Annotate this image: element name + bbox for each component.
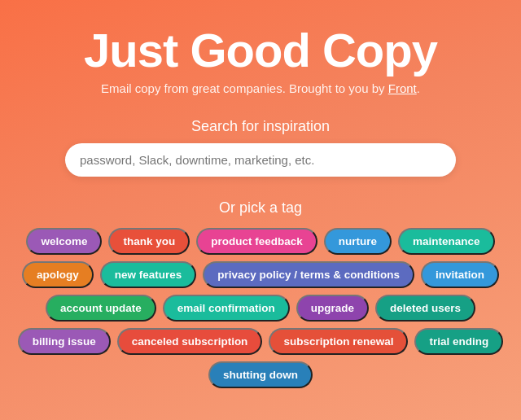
tag-canceled-subscription[interactable]: canceled subscription [117,328,263,355]
tag-deleted-users[interactable]: deleted users [375,295,475,322]
tag-product-feedback[interactable]: product feedback [196,228,317,255]
tag-subscription-renewal[interactable]: subscription renewal [269,328,408,355]
tag-apology[interactable]: apology [22,261,94,288]
page-title: Just Good Copy [84,24,437,77]
tag-email-confirmation[interactable]: email confirmation [163,295,290,322]
tag-new-features[interactable]: new features [100,261,197,288]
search-input[interactable] [65,143,456,177]
tag-welcome[interactable]: welcome [26,228,102,255]
tag-upgrade[interactable]: upgrade [296,295,369,322]
tags-container: welcomethank youproduct feedbacknurturem… [16,228,505,388]
tag-account-update[interactable]: account update [46,295,156,322]
tag-invitation[interactable]: invitation [421,261,499,288]
front-link[interactable]: Front [388,81,417,95]
search-label: Search for inspiration [191,118,330,135]
tag-maintenance[interactable]: maintenance [398,228,495,255]
tag-privacy-policy[interactable]: privacy policy / terms & conditions [203,261,414,288]
tag-trial-ending[interactable]: trial ending [414,328,503,355]
tag-billing-issue[interactable]: billing issue [18,328,111,355]
search-container [65,143,456,177]
subtitle: Email copy from great companies. Brought… [101,81,420,95]
tag-shutting-down[interactable]: shutting down [208,361,313,388]
tag-thank-you[interactable]: thank you [108,228,190,255]
pick-tag-label: Or pick a tag [219,199,302,217]
tag-nurture[interactable]: nurture [324,228,392,255]
